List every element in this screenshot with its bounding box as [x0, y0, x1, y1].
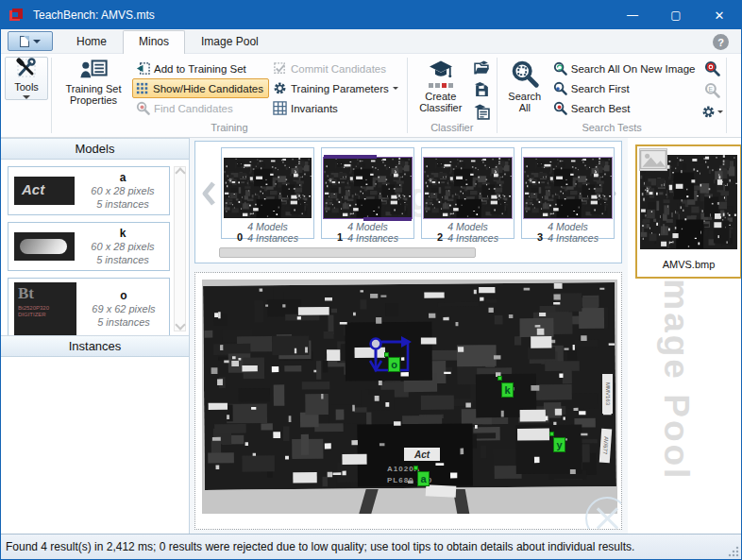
- side-sticker: MMV163: [602, 374, 613, 414]
- scroll-down-icon[interactable]: [175, 319, 185, 330]
- search-best-button[interactable]: Search Best: [549, 98, 701, 118]
- result-anchor-dot: [549, 432, 554, 436]
- document-icon: [20, 36, 29, 47]
- group-separator: [726, 58, 727, 133]
- chevron-down-icon: [717, 110, 723, 113]
- save-classifier-icon: [474, 82, 490, 98]
- result-box-y[interactable]: y: [553, 437, 565, 452]
- show-hide-candidates-button[interactable]: Show/Hide Candidates: [132, 78, 269, 98]
- instances-panel-header[interactable]: Instances: [1, 335, 189, 357]
- model-size: 60 x 28 pixels: [82, 240, 163, 253]
- close-button[interactable]: ✕: [698, 1, 741, 29]
- tools-button[interactable]: Tools: [5, 57, 48, 100]
- center-area: Images 0 4 Models 4 Instances 1 4 Models…: [190, 138, 622, 534]
- classifier-properties-button[interactable]: [473, 103, 492, 120]
- maximize-button[interactable]: ▢: [654, 1, 698, 29]
- main-image-pane[interactable]: Act A1020A PL680 220 MMV163 AV/677: [194, 272, 622, 530]
- training-group: Training Set Properties Add to Training …: [55, 56, 404, 137]
- training-image-strip: Images 0 4 Models 4 Instances 1 4 Models…: [194, 141, 622, 263]
- strip-scroll-left-icon[interactable]: [201, 181, 216, 206]
- strip-horizontal-scrollbar[interactable]: [219, 247, 602, 258]
- strip-image-index: 0: [237, 231, 243, 244]
- svg-text:E: E: [708, 85, 713, 92]
- training-parameters-button[interactable]: Training Parameters: [269, 78, 404, 98]
- status-bar: Found 4 result(s) in 2,412 ms; 0 results…: [1, 534, 741, 559]
- training-set-properties-button[interactable]: Training Set Properties: [55, 56, 132, 106]
- strip-thumbnail: [524, 158, 612, 218]
- search-expression-button: E: [702, 81, 721, 98]
- open-classifier-button[interactable]: [473, 59, 492, 76]
- strip-image-0[interactable]: 0 4 Models 4 Instances: [221, 147, 314, 239]
- model-instance-count: 5 instances: [82, 197, 163, 211]
- strip-image-3[interactable]: 3 4 Models 4 Instances: [521, 147, 615, 239]
- search-first-icon: [553, 81, 567, 95]
- model-size: 69 x 62 pixels: [84, 302, 163, 315]
- result-anchor-dot: [413, 466, 418, 470]
- left-panel: Models Act a 60 x 28 pixels 5 instances …: [1, 138, 190, 534]
- model-card-k[interactable]: k 60 x 28 pixels 5 instances: [8, 222, 170, 271]
- title-bar: TeachBench: AMVS.mts — ▢ ✕: [1, 1, 741, 29]
- strip-image-2[interactable]: 2 4 Models 4 Instances: [421, 147, 514, 239]
- search-all-on-new-image-button[interactable]: Search All On New Image: [549, 59, 701, 78]
- tab-minos[interactable]: Minos: [123, 30, 185, 54]
- strip-image-1[interactable]: 1 4 Models 4 Instances: [321, 147, 414, 239]
- commit-candidates-icon: [273, 61, 287, 76]
- app-menu-button[interactable]: [8, 31, 53, 51]
- main-content: Models Act a 60 x 28 pixels 5 instances …: [1, 138, 741, 534]
- image-pool-panel: Image Pool AMVS.bmp: [628, 138, 741, 534]
- minimize-button[interactable]: —: [611, 1, 654, 29]
- training-group-label: Training: [55, 122, 404, 137]
- circuit-board-photo: Act A1020A PL680 220 MMV163 AV/677: [202, 280, 617, 514]
- find-candidates-label: Find Candidates: [154, 103, 233, 114]
- search-settings-button[interactable]: [702, 103, 721, 120]
- search-best-label: Search Best: [571, 103, 631, 114]
- search-first-button[interactable]: Search First: [549, 78, 701, 98]
- strip-thumbnail: [224, 158, 312, 218]
- tab-image-pool[interactable]: Image Pool: [185, 30, 275, 53]
- model-card-a[interactable]: Act a 60 x 28 pixels 5 instances: [8, 166, 170, 215]
- tab-home[interactable]: Home: [60, 30, 123, 53]
- image-pool-item-amvs[interactable]: AMVS.bmp: [635, 144, 741, 279]
- group-separator: [51, 58, 52, 133]
- model-thumbnail: [14, 232, 75, 261]
- classifier-group-label: Classifier: [411, 122, 494, 137]
- scrollbar-thumb[interactable]: [219, 247, 476, 258]
- result-box-o[interactable]: o: [388, 357, 400, 372]
- model-size: 60 x 28 pixels: [82, 184, 163, 197]
- result-box-a[interactable]: a: [417, 471, 430, 486]
- classifier-group: Create Classifier Classifier: [411, 56, 494, 137]
- training-parameters-label: Training Parameters: [291, 83, 389, 94]
- chevron-down-icon: [393, 87, 398, 90]
- model-label: o: [84, 289, 163, 302]
- training-set-properties-label: Training Set Properties: [59, 83, 127, 106]
- search-all-on-new-image-label: Search All On New Image: [571, 63, 696, 75]
- tools-group: Tools: [5, 56, 48, 137]
- save-classifier-button[interactable]: [473, 81, 492, 98]
- tools-icon: [16, 58, 37, 78]
- commit-candidates-button: Commit Candidates: [269, 59, 404, 78]
- model-label: k: [82, 227, 163, 240]
- chip-sticker: [426, 484, 457, 498]
- search-red-target-icon: [704, 60, 720, 76]
- models-panel-header[interactable]: Models: [1, 138, 189, 160]
- app-logo-icon: [9, 8, 24, 23]
- resize-grip[interactable]: [728, 546, 739, 557]
- model-thumbnail: Act: [14, 177, 75, 205]
- models-scrollbar[interactable]: [174, 166, 186, 331]
- add-to-training-set-button[interactable]: Add to Training Set: [132, 59, 269, 78]
- search-best-icon: [553, 101, 567, 115]
- group-separator: [497, 58, 497, 133]
- result-box-k[interactable]: k: [501, 382, 514, 398]
- search-all-button[interactable]: Search All: [500, 56, 549, 113]
- help-button[interactable]: ?: [713, 34, 729, 50]
- model-card-o[interactable]: BtBt2520P320DIGITIZER o 69 x 62 pixels 5…: [8, 278, 170, 335]
- create-classifier-button[interactable]: Create Classifier: [411, 56, 471, 113]
- training-set-properties-icon: [79, 59, 108, 80]
- search-on-new-image-icon-button[interactable]: [702, 59, 721, 76]
- window-title: TeachBench: AMVS.mts: [33, 8, 611, 22]
- strip-instances-count: 4 Instances: [548, 232, 599, 244]
- invariants-button[interactable]: Invariants: [269, 98, 404, 118]
- search-tests-group: Search All Search All On New Image Searc…: [500, 56, 724, 137]
- scroll-up-icon[interactable]: [175, 167, 185, 178]
- image-pool-watermark: Image Pool: [656, 266, 696, 481]
